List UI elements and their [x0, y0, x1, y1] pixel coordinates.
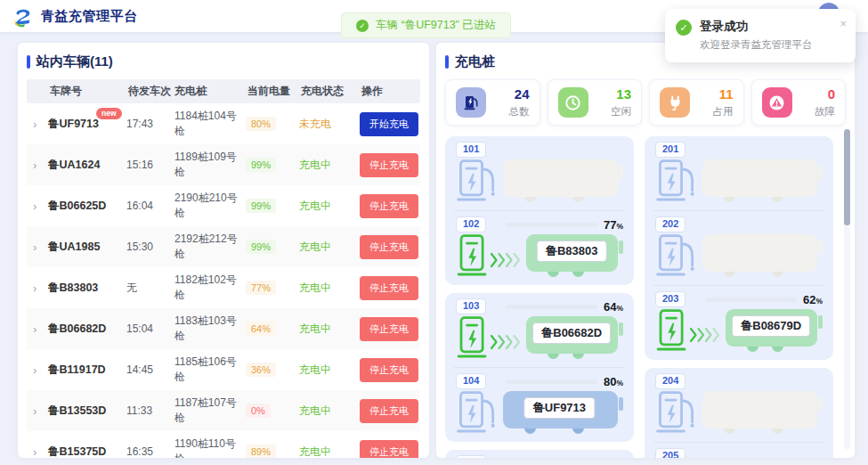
- battery-cell: 64%: [246, 322, 299, 336]
- col-trip: 待发车次: [126, 84, 173, 99]
- bus-tab: [818, 166, 823, 179]
- battery-progress: 77%: [506, 218, 623, 232]
- app-logo-icon: [12, 5, 34, 28]
- charge-status: 充电中: [299, 445, 360, 459]
- col-status: 充电状态: [299, 84, 360, 99]
- start-charging-button[interactable]: 开始充电: [360, 112, 418, 136]
- row-expand-icon[interactable]: ›: [27, 322, 48, 336]
- vehicle-plate: 鲁B83803: [48, 281, 126, 296]
- pile-id-badge: 101: [456, 142, 486, 158]
- battery-badge: 64%: [246, 322, 276, 336]
- charging-pile-icon: [655, 158, 698, 204]
- bus-plate: 鲁B83803: [537, 241, 607, 262]
- row-expand-icon[interactable]: ›: [27, 445, 48, 459]
- piles-panel: 充电桩 24总数13空闲11占用0故障 101 102 77% 鲁B83803 …: [436, 43, 855, 458]
- bus: 鲁B83803: [526, 234, 623, 277]
- col-action: 操作: [360, 84, 420, 99]
- pile-row-201: 201: [653, 136, 824, 210]
- panel-title-text: 充电桩: [455, 53, 495, 70]
- row-expand-icon[interactable]: ›: [27, 118, 48, 131]
- row-expand-icon[interactable]: ›: [27, 159, 48, 172]
- pile-id-badge: 105: [456, 455, 486, 458]
- vehicle-table-row: ›鲁UA198515:302192桩212号枪99%充电中停止充电: [27, 226, 420, 267]
- scrollbar-track: [844, 129, 850, 449]
- pile-id-badge: 201: [655, 142, 685, 158]
- pile-gun-label: 1184桩104号枪: [173, 105, 246, 143]
- next-trip-time: 15:30: [126, 241, 173, 253]
- battery-cell: 80%: [246, 117, 299, 131]
- stop-charging-button[interactable]: 停止充电: [360, 358, 418, 382]
- stop-charging-button[interactable]: 停止充电: [360, 440, 418, 459]
- pile-id-badge: 202: [655, 216, 685, 232]
- battery-cell: 36%: [246, 363, 299, 377]
- next-trip-time: 11:33: [126, 404, 173, 417]
- popup-subtitle: 欢迎登录青益充管理平台: [700, 38, 813, 52]
- bus-plate: 鲁B08679D: [732, 315, 810, 337]
- popup-title: 登录成功: [700, 19, 813, 35]
- pile-card: 103 64% 鲁B06682D 104 80%: [445, 293, 634, 442]
- bus-body: [702, 391, 817, 428]
- stat-label: 总数: [509, 105, 530, 118]
- row-expand-icon[interactable]: ›: [27, 363, 48, 377]
- stop-charging-button[interactable]: 停止充电: [360, 194, 418, 218]
- vehicles-table-header: 车牌号 待发车次 充电桩 当前电量 充电状态 操作: [27, 79, 420, 103]
- next-trip-time: 15:04: [126, 322, 173, 335]
- next-trip-time: 16:04: [126, 200, 173, 212]
- battery-badge: 77%: [246, 281, 276, 295]
- app-title: 青益充管理平台: [41, 8, 138, 25]
- pile-grid: 101 102 77% 鲁B83803 103 6: [445, 136, 846, 458]
- vehicle-table-row: ›鲁B11917D14:451185桩106号枪36%充电中停止充电: [27, 349, 420, 390]
- row-expand-icon[interactable]: ›: [27, 200, 48, 213]
- stop-charging-button[interactable]: 停止充电: [360, 317, 418, 341]
- success-check-icon: ✓: [676, 20, 692, 36]
- next-trip-time: 16:35: [126, 445, 173, 458]
- title-accent-bar: [445, 55, 449, 69]
- row-expand-icon[interactable]: ›: [27, 241, 48, 254]
- plug-icon: [660, 87, 690, 118]
- stop-charging-button[interactable]: 停止充电: [360, 153, 418, 177]
- charging-pile-icon: [456, 314, 490, 361]
- pile-gun-label: 1182桩102号枪: [173, 269, 246, 306]
- battery-cell: 99%: [246, 240, 299, 254]
- title-accent-bar: [27, 55, 30, 69]
- charger-icon: [456, 87, 486, 118]
- bus-body: [503, 159, 618, 197]
- charge-status: 充电中: [299, 363, 360, 378]
- pile-stats-row: 24总数13空闲11占用0故障: [445, 79, 846, 126]
- pile-gun-label: 1185桩106号枪: [173, 351, 246, 388]
- stop-charging-button[interactable]: 停止充电: [360, 235, 418, 259]
- success-check-icon: ✓: [356, 20, 369, 32]
- pile-gun-label: 1190桩110号枪: [173, 433, 246, 458]
- vehicle-plate: 鲁B13553D: [48, 404, 126, 419]
- bus-tab: [619, 166, 623, 179]
- scrollbar-thumb[interactable]: [844, 129, 850, 225]
- battery-badge: 99%: [246, 240, 276, 254]
- stat-value: 11: [719, 86, 734, 102]
- vehicle-plate: 鲁UA1624: [48, 158, 126, 173]
- stop-charging-button[interactable]: 停止充电: [360, 399, 418, 423]
- bus-plate: 鲁B06682D: [532, 322, 611, 344]
- stop-charging-button[interactable]: 停止充电: [360, 276, 418, 300]
- col-battery: 当前电量: [246, 84, 299, 99]
- row-expand-icon[interactable]: ›: [27, 281, 48, 295]
- pile-row-204: 204: [653, 368, 824, 442]
- vehicle-table-row: ›鲁UA162415:161189桩109号枪99%充电中停止充电: [27, 144, 420, 185]
- pile-gun-label: 1187桩107号枪: [173, 392, 246, 429]
- close-icon[interactable]: ×: [840, 17, 847, 30]
- next-trip-time: 无: [126, 281, 173, 296]
- row-expand-icon[interactable]: ›: [27, 404, 48, 418]
- vehicle-table-row: ›鲁B15375D16:351190桩110号枪89%充电中停止充电: [27, 431, 420, 458]
- battery-cell: 99%: [246, 158, 299, 172]
- alert-icon: [762, 87, 792, 118]
- charge-status: 充电中: [299, 199, 360, 214]
- bus-ghost: [702, 391, 823, 434]
- charging-pile-icon: [456, 389, 499, 436]
- bus-body: [702, 159, 817, 197]
- pile-card: 204 205: [645, 368, 833, 458]
- vehicle-arrival-toast: ✓ 车辆 “鲁UF9713” 已进站: [341, 12, 511, 38]
- vehicle-plate: 鲁B06625D: [48, 199, 126, 214]
- pile-id-badge: 102: [456, 216, 486, 232]
- battery-progress: 64%: [506, 300, 623, 314]
- vehicle-plate: 鲁B06682D: [48, 322, 126, 337]
- next-trip-time: 14:45: [126, 363, 173, 376]
